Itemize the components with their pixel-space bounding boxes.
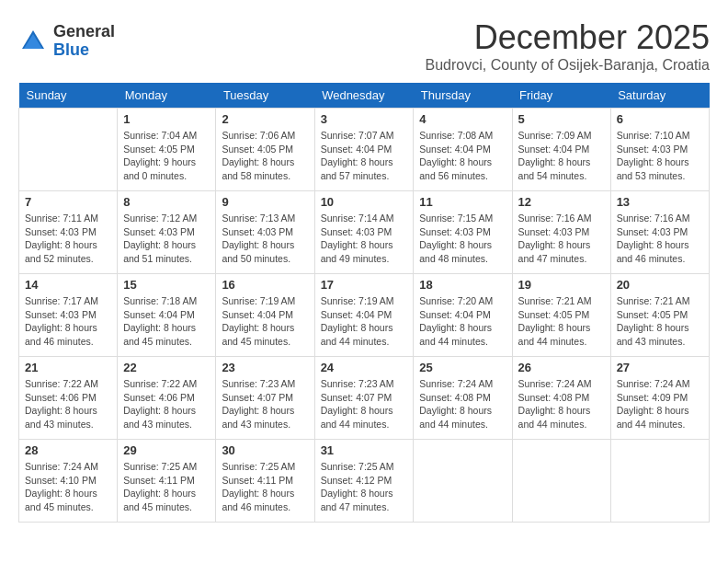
calendar-table: Sunday Monday Tuesday Wednesday Thursday… <box>18 83 710 523</box>
logo-general-text: General <box>53 23 115 41</box>
week-row-1: 1Sunrise: 7:04 AMSunset: 4:05 PMDaylight… <box>19 109 710 191</box>
day-number: 14 <box>25 278 111 292</box>
day-number: 24 <box>321 361 408 374</box>
page-container: General Blue December 2025 Budrovci, Cou… <box>18 18 710 523</box>
day-cell: 29Sunrise: 7:25 AMSunset: 4:11 PMDayligh… <box>118 440 216 523</box>
day-number: 22 <box>123 361 210 374</box>
day-cell: 18Sunrise: 7:20 AMSunset: 4:04 PMDayligh… <box>414 274 512 357</box>
col-thursday: Thursday <box>414 83 512 109</box>
day-cell: 20Sunrise: 7:21 AMSunset: 4:05 PMDayligh… <box>610 274 709 357</box>
day-info: Sunrise: 7:22 AMSunset: 4:06 PMDaylight:… <box>25 377 111 431</box>
col-monday: Monday <box>118 83 216 109</box>
col-tuesday: Tuesday <box>216 83 314 109</box>
day-info: Sunrise: 7:24 AMSunset: 4:08 PMDaylight:… <box>419 377 506 431</box>
day-info: Sunrise: 7:19 AMSunset: 4:04 PMDaylight:… <box>222 294 308 349</box>
day-cell: 22Sunrise: 7:22 AMSunset: 4:06 PMDayligh… <box>118 357 216 440</box>
day-cell: 10Sunrise: 7:14 AMSunset: 4:03 PMDayligh… <box>314 191 414 274</box>
day-number: 17 <box>321 278 408 292</box>
day-info: Sunrise: 7:16 AMSunset: 4:03 PMDaylight:… <box>518 212 605 266</box>
day-cell: 9Sunrise: 7:13 AMSunset: 4:03 PMDaylight… <box>216 191 314 274</box>
day-number: 27 <box>617 361 703 374</box>
day-cell: 14Sunrise: 7:17 AMSunset: 4:03 PMDayligh… <box>19 274 118 357</box>
week-row-2: 7Sunrise: 7:11 AMSunset: 4:03 PMDaylight… <box>19 191 710 274</box>
day-cell: 28Sunrise: 7:24 AMSunset: 4:10 PMDayligh… <box>19 440 118 523</box>
day-cell: 13Sunrise: 7:16 AMSunset: 4:03 PMDayligh… <box>610 191 709 274</box>
day-number: 1 <box>123 112 210 126</box>
day-number: 4 <box>419 112 506 126</box>
day-cell: 26Sunrise: 7:24 AMSunset: 4:08 PMDayligh… <box>512 357 610 440</box>
day-cell <box>19 109 118 191</box>
day-info: Sunrise: 7:22 AMSunset: 4:06 PMDaylight:… <box>123 377 210 431</box>
month-title: December 2025 <box>426 18 710 57</box>
day-info: Sunrise: 7:14 AMSunset: 4:03 PMDaylight:… <box>321 212 408 266</box>
day-info: Sunrise: 7:21 AMSunset: 4:05 PMDaylight:… <box>617 294 703 349</box>
header: General Blue December 2025 Budrovci, Cou… <box>18 18 710 74</box>
col-friday: Friday <box>512 83 610 109</box>
day-info: Sunrise: 7:20 AMSunset: 4:04 PMDaylight:… <box>419 294 506 349</box>
day-number: 11 <box>419 195 506 209</box>
day-info: Sunrise: 7:18 AMSunset: 4:04 PMDaylight:… <box>123 294 210 349</box>
col-saturday: Saturday <box>610 83 709 109</box>
day-info: Sunrise: 7:04 AMSunset: 4:05 PMDaylight:… <box>123 129 210 183</box>
day-info: Sunrise: 7:15 AMSunset: 4:03 PMDaylight:… <box>419 212 506 266</box>
day-number: 12 <box>518 195 605 209</box>
day-info: Sunrise: 7:23 AMSunset: 4:07 PMDaylight:… <box>321 377 408 431</box>
day-cell <box>512 440 610 523</box>
day-info: Sunrise: 7:21 AMSunset: 4:05 PMDaylight:… <box>518 294 605 349</box>
logo-text: General Blue <box>53 23 115 60</box>
day-number: 2 <box>222 112 308 126</box>
day-number: 15 <box>123 278 210 292</box>
day-number: 29 <box>123 443 210 457</box>
day-cell: 6Sunrise: 7:10 AMSunset: 4:03 PMDaylight… <box>610 109 709 191</box>
day-cell: 3Sunrise: 7:07 AMSunset: 4:04 PMDaylight… <box>314 109 414 191</box>
day-number: 13 <box>617 195 703 209</box>
day-info: Sunrise: 7:13 AMSunset: 4:03 PMDaylight:… <box>222 212 308 266</box>
day-info: Sunrise: 7:16 AMSunset: 4:03 PMDaylight:… <box>617 212 703 266</box>
day-info: Sunrise: 7:17 AMSunset: 4:03 PMDaylight:… <box>25 294 111 349</box>
day-number: 25 <box>419 361 506 374</box>
day-info: Sunrise: 7:09 AMSunset: 4:04 PMDaylight:… <box>518 129 605 183</box>
day-cell: 12Sunrise: 7:16 AMSunset: 4:03 PMDayligh… <box>512 191 610 274</box>
day-cell: 24Sunrise: 7:23 AMSunset: 4:07 PMDayligh… <box>314 357 414 440</box>
location-title: Budrovci, County of Osijek-Baranja, Croa… <box>426 57 710 74</box>
week-row-3: 14Sunrise: 7:17 AMSunset: 4:03 PMDayligh… <box>19 274 710 357</box>
day-cell: 25Sunrise: 7:24 AMSunset: 4:08 PMDayligh… <box>414 357 512 440</box>
day-info: Sunrise: 7:24 AMSunset: 4:08 PMDaylight:… <box>518 377 605 431</box>
day-cell: 5Sunrise: 7:09 AMSunset: 4:04 PMDaylight… <box>512 109 610 191</box>
day-cell: 1Sunrise: 7:04 AMSunset: 4:05 PMDaylight… <box>118 109 216 191</box>
day-number: 3 <box>321 112 408 126</box>
day-info: Sunrise: 7:12 AMSunset: 4:03 PMDaylight:… <box>123 212 210 266</box>
week-row-5: 28Sunrise: 7:24 AMSunset: 4:10 PMDayligh… <box>19 440 710 523</box>
day-cell: 16Sunrise: 7:19 AMSunset: 4:04 PMDayligh… <box>216 274 314 357</box>
day-cell: 27Sunrise: 7:24 AMSunset: 4:09 PMDayligh… <box>610 357 709 440</box>
day-cell: 11Sunrise: 7:15 AMSunset: 4:03 PMDayligh… <box>414 191 512 274</box>
day-info: Sunrise: 7:24 AMSunset: 4:09 PMDaylight:… <box>617 377 703 431</box>
day-cell: 2Sunrise: 7:06 AMSunset: 4:05 PMDaylight… <box>216 109 314 191</box>
day-cell <box>610 440 709 523</box>
day-cell: 31Sunrise: 7:25 AMSunset: 4:12 PMDayligh… <box>314 440 414 523</box>
logo-blue-text: Blue <box>53 41 115 60</box>
week-row-4: 21Sunrise: 7:22 AMSunset: 4:06 PMDayligh… <box>19 357 710 440</box>
day-info: Sunrise: 7:25 AMSunset: 4:12 PMDaylight:… <box>321 460 408 514</box>
day-number: 16 <box>222 278 308 292</box>
day-cell: 23Sunrise: 7:23 AMSunset: 4:07 PMDayligh… <box>216 357 314 440</box>
day-info: Sunrise: 7:25 AMSunset: 4:11 PMDaylight:… <box>222 460 308 514</box>
day-number: 23 <box>222 361 308 374</box>
day-info: Sunrise: 7:19 AMSunset: 4:04 PMDaylight:… <box>321 294 408 349</box>
day-info: Sunrise: 7:11 AMSunset: 4:03 PMDaylight:… <box>25 212 111 266</box>
day-info: Sunrise: 7:06 AMSunset: 4:05 PMDaylight:… <box>222 129 308 183</box>
day-info: Sunrise: 7:07 AMSunset: 4:04 PMDaylight:… <box>321 129 408 183</box>
day-info: Sunrise: 7:08 AMSunset: 4:04 PMDaylight:… <box>419 129 506 183</box>
day-number: 10 <box>321 195 408 209</box>
day-number: 5 <box>518 112 605 126</box>
day-cell: 17Sunrise: 7:19 AMSunset: 4:04 PMDayligh… <box>314 274 414 357</box>
logo-icon <box>18 27 48 56</box>
col-sunday: Sunday <box>19 83 118 109</box>
day-cell: 7Sunrise: 7:11 AMSunset: 4:03 PMDaylight… <box>19 191 118 274</box>
day-info: Sunrise: 7:25 AMSunset: 4:11 PMDaylight:… <box>123 460 210 514</box>
day-number: 18 <box>419 278 506 292</box>
day-number: 31 <box>321 443 408 457</box>
day-number: 9 <box>222 195 308 209</box>
day-cell: 19Sunrise: 7:21 AMSunset: 4:05 PMDayligh… <box>512 274 610 357</box>
col-wednesday: Wednesday <box>314 83 414 109</box>
